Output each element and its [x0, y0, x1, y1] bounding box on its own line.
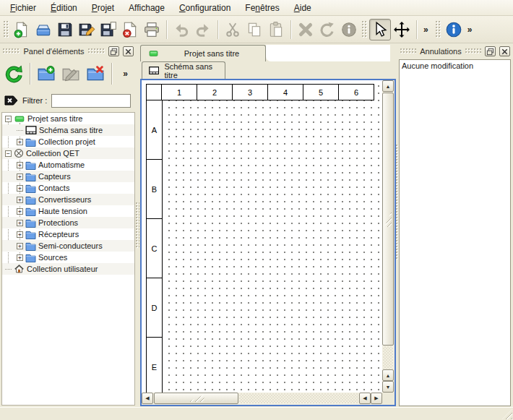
close-file-button[interactable]: [119, 19, 141, 40]
left-splitter-handle[interactable]: [136, 202, 139, 249]
save-all-button[interactable]: [98, 19, 119, 40]
move-mode-button[interactable]: [391, 19, 413, 40]
expand-plus-icon[interactable]: +: [17, 254, 23, 261]
copy-button[interactable]: [243, 19, 265, 40]
float-dock-button[interactable]: [485, 46, 496, 56]
tree-item-label: Collection QET: [26, 149, 79, 158]
expand-plus-icon[interactable]: +: [17, 185, 23, 192]
scroll-up-button[interactable]: ▲: [382, 80, 394, 92]
tree-item-haute-tension[interactable]: +Haute tension: [2, 205, 134, 217]
horizontal-scroll-thumb[interactable]: [154, 393, 238, 404]
element-tree[interactable]: −Projet sans titreSchéma sans titre+Coll…: [1, 112, 135, 406]
float-dock-button[interactable]: [108, 46, 119, 56]
collapse-minus-icon[interactable]: −: [5, 150, 12, 157]
expand-plus-icon[interactable]: +: [17, 220, 23, 226]
toolbar-handle[interactable]: [436, 21, 441, 38]
vertical-scroll-track[interactable]: [383, 346, 393, 369]
expand-plus-icon[interactable]: +: [17, 208, 23, 215]
collapse-minus-icon[interactable]: −: [5, 116, 12, 122]
schema-view[interactable]: 123456ABCDE ▲ ▲ ▼ ◀ ◀ ▶: [140, 79, 396, 406]
scroll-down-button[interactable]: ▼: [382, 381, 394, 393]
tree-item-recepteurs[interactable]: +Récepteurs: [2, 228, 134, 240]
scroll-left-button[interactable]: ◀: [142, 393, 153, 404]
undo-list-item[interactable]: Aucune modification: [400, 60, 510, 72]
delete-category-button[interactable]: [83, 61, 108, 86]
vertical-scrollbar[interactable]: ▲ ▲ ▼: [382, 80, 395, 393]
tree-branch-line: [17, 130, 23, 131]
clear-filter-icon[interactable]: [4, 95, 18, 106]
selection-mode-button[interactable]: [369, 19, 391, 40]
horizontal-scroll-track[interactable]: [239, 393, 358, 403]
vertical-scroll-thumb[interactable]: [382, 93, 394, 346]
print-button[interactable]: [141, 19, 163, 40]
filter-input[interactable]: [51, 94, 131, 108]
scroll-left-button-2[interactable]: ◀: [359, 393, 371, 404]
expand-plus-icon[interactable]: +: [17, 231, 23, 238]
thumb-grip: [384, 211, 392, 227]
reload-collections-button[interactable]: [1, 61, 26, 86]
tree-item-semi-conducteurs[interactable]: +Semi-conducteurs: [2, 240, 134, 252]
project-tab[interactable]: Projet sans titre: [140, 45, 266, 61]
rotate-button[interactable]: [316, 19, 338, 40]
tree-item-protections[interactable]: +Protections: [2, 217, 134, 228]
tree-item-convertisseurs[interactable]: +Convertisseurs: [2, 194, 134, 205]
tree-item-contacts[interactable]: +Contacts: [2, 182, 134, 194]
menu-item-affichage[interactable]: Affichage: [121, 1, 172, 14]
edit-category-button[interactable]: [59, 61, 83, 86]
save-as-button[interactable]: [76, 19, 98, 40]
undo-button[interactable]: [171, 19, 192, 40]
expand-plus-icon[interactable]: +: [17, 162, 23, 168]
tree-item-collection-qet[interactable]: −Collection QET: [2, 147, 134, 159]
menu-item-fenetres[interactable]: Fenêtres: [238, 1, 286, 14]
new-category-button[interactable]: [34, 61, 59, 86]
tree-item-collection-projet[interactable]: +Collection projet: [2, 136, 134, 147]
panel-overflow-chevron[interactable]: »: [120, 69, 131, 79]
elements-panel-titlebar[interactable]: Panel d'éléments: [1, 45, 135, 58]
tree-item-projet-sans-titre[interactable]: −Projet sans titre: [2, 113, 134, 124]
undo-list[interactable]: Aucune modification: [399, 59, 511, 406]
close-dock-button[interactable]: [499, 46, 510, 56]
close-dock-button[interactable]: [123, 46, 134, 56]
expand-plus-icon[interactable]: +: [17, 173, 23, 180]
tree-item-collection-utilisateur[interactable]: Collection utilisateur: [2, 263, 134, 275]
toolbar-overflow-chevron[interactable]: »: [465, 25, 475, 35]
tree-item-schema-sans-titre[interactable]: Schéma sans titre: [2, 124, 134, 136]
dock-handle-texture: [88, 48, 105, 54]
tree-item-label: Protections: [38, 218, 78, 227]
toolbar-handle[interactable]: [4, 21, 9, 38]
delete-button[interactable]: [295, 19, 316, 40]
dock-handle-texture: [465, 48, 481, 54]
toolbar-overflow-chevron[interactable]: »: [421, 25, 431, 35]
horizontal-scrollbar[interactable]: ◀ ◀ ▶: [142, 393, 382, 405]
schema-tab[interactable]: Schéma sans titre: [142, 61, 225, 79]
menu-item-projet[interactable]: Projet: [85, 1, 121, 14]
tree-item-capteurs[interactable]: +Capteurs: [2, 171, 134, 182]
elements-panel-dock: Panel d'éléments »: [1, 45, 135, 406]
resize-grip[interactable]: [502, 409, 512, 419]
scroll-up-button-2[interactable]: ▲: [382, 369, 394, 381]
open-document-button[interactable]: [33, 19, 54, 40]
save-button[interactable]: [54, 19, 76, 40]
expand-plus-icon[interactable]: +: [17, 197, 23, 203]
element-infos-button[interactable]: [338, 19, 360, 40]
menu-item-fichier[interactable]: Fichier: [3, 1, 43, 14]
expand-plus-icon[interactable]: +: [17, 139, 23, 145]
toolbar-separator: [416, 20, 417, 39]
undo-panel-dock: Annulations Aucune modification: [399, 45, 512, 406]
menu-item-configuration[interactable]: Configuration: [172, 1, 238, 14]
scroll-right-button[interactable]: ▶: [371, 393, 382, 404]
paste-button[interactable]: [265, 19, 287, 40]
undo-panel-titlebar[interactable]: Annulations: [399, 45, 512, 58]
toolbar-handle[interactable]: [362, 21, 367, 38]
redo-button[interactable]: [192, 19, 214, 40]
tree-item-automatisme[interactable]: +Automatisme: [2, 159, 134, 171]
new-document-button[interactable]: [11, 19, 33, 40]
menu-item-edition[interactable]: Édition: [43, 1, 85, 14]
expand-plus-icon[interactable]: +: [17, 243, 23, 249]
about-info-button[interactable]: [443, 19, 465, 40]
cut-button[interactable]: [222, 19, 243, 40]
menu-item-aide[interactable]: Aide: [287, 1, 319, 14]
schema-canvas[interactable]: 123456ABCDE: [142, 80, 382, 393]
tree-item-sources[interactable]: +Sources: [2, 252, 134, 263]
cursor-arrow-icon: [371, 21, 389, 38]
